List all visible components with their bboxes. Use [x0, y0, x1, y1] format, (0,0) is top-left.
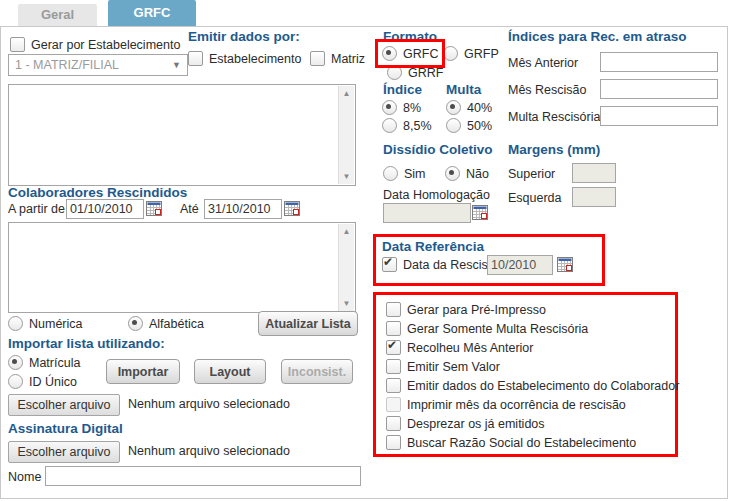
multa-40-row: 40% [446, 100, 492, 115]
alfabetica-radio[interactable] [128, 316, 143, 331]
dissidio-coletivo-title: Dissídio Coletivo [383, 142, 493, 157]
scrollbar[interactable]: ▲ ▼ [338, 224, 354, 311]
estabelecimento-checkbox[interactable] [188, 51, 203, 66]
gerar-por-estabelecimento-checkbox[interactable] [10, 37, 25, 52]
gerar-pre-impresso-checkbox[interactable] [386, 302, 401, 317]
recolheu-mes-anterior-checkbox[interactable] [386, 340, 401, 355]
gerar-somente-multa-checkbox[interactable] [386, 321, 401, 336]
multa-rescisoria-label: Multa Rescisória [508, 110, 600, 124]
nome-field[interactable] [45, 466, 361, 486]
mes-rescisao-input[interactable] [600, 79, 718, 99]
grfp-radio[interactable] [443, 46, 458, 61]
gerar-por-estabelecimento-label: Gerar por Estabelecimento [31, 38, 180, 52]
atualizar-lista-button[interactable]: Atualizar Lista [258, 311, 358, 336]
escolher-arquivo-button[interactable]: Escolher arquivo [8, 394, 120, 416]
margem-esquerda-label: Esquerda [508, 191, 562, 205]
matricula-row: Matrícula [8, 355, 80, 370]
option-row: Emitir dados do Estabelecimento do Colab… [386, 378, 679, 393]
escolher-arquivo-assinatura-button[interactable]: Escolher arquivo [8, 441, 120, 463]
scroll-up-icon[interactable]: ▲ [343, 89, 351, 98]
assinatura-file-status-text: Nenhum arquivo selecionado [128, 444, 290, 458]
margem-superior-input [572, 163, 616, 183]
ate-label: Até [180, 202, 199, 216]
data-da-rescisao-checkbox[interactable] [382, 257, 397, 272]
colaboradores-listbox[interactable]: ▲ ▼ [8, 222, 356, 313]
ate-input[interactable] [204, 199, 282, 219]
option-row: Recolheu Mês Anterior [386, 340, 533, 355]
dissidio-sim-radio[interactable] [383, 166, 398, 181]
numerica-label: Numérica [29, 317, 83, 331]
desprezar-ja-emitidos-checkbox[interactable] [386, 416, 401, 431]
option-row: Gerar para Pré-Impresso [386, 302, 546, 317]
assinatura-digital-title: Assinatura Digital [8, 421, 123, 436]
matricula-label: Matrícula [29, 356, 80, 370]
emitir-dados-estabelecimento-checkbox[interactable] [386, 378, 401, 393]
multa-rescisoria-input[interactable] [600, 106, 718, 126]
option-label: Imprimir mês da ocorrência de rescisão [407, 398, 626, 412]
imprimir-mes-ocorrencia-checkbox [386, 397, 401, 412]
scrollbar[interactable]: ▲ ▼ [338, 86, 354, 184]
numerica-radio[interactable] [8, 316, 23, 331]
matriz-label: Matriz [331, 52, 365, 66]
mes-anterior-label: Mês Anterior [508, 56, 578, 70]
scroll-up-icon[interactable]: ▲ [343, 227, 351, 236]
a-partir-de-input[interactable] [66, 199, 144, 219]
option-label: Emitir dados do Estabelecimento do Colab… [407, 379, 679, 393]
scroll-down-icon[interactable]: ▼ [343, 299, 351, 308]
multa-50-label: 50% [467, 119, 492, 133]
alfabetica-label: Alfabética [149, 317, 204, 331]
tab-grfc[interactable]: GRFC [108, 0, 196, 26]
indice-8-row: 8% [382, 100, 421, 115]
dissidio-nao-row: Não [445, 166, 489, 181]
margem-superior-label: Superior [508, 167, 555, 181]
matriz-checkbox[interactable] [310, 51, 325, 66]
calendar-icon[interactable] [146, 201, 162, 219]
multa-title: Multa [446, 82, 481, 97]
margem-esquerda-input [572, 187, 616, 207]
option-label: Gerar para Pré-Impresso [407, 303, 546, 317]
option-label: Gerar Somente Multa Rescisória [407, 322, 588, 336]
layout-button[interactable]: Layout [194, 359, 266, 384]
indice-85-row: 8,5% [382, 118, 432, 133]
annotation-box-grfc [375, 39, 445, 68]
option-label: Emitir Sem Valor [407, 360, 500, 374]
emitir-estabelecimento-row: Estabelecimento [188, 51, 301, 66]
data-rescisao-input [487, 255, 553, 275]
dissidio-nao-radio[interactable] [445, 166, 460, 181]
calendar-icon[interactable] [284, 201, 300, 219]
margens-title: Margens (mm) [508, 142, 600, 157]
id-unico-row: ID Único [8, 374, 77, 389]
option-row: Buscar Razão Social do Estabelecimento [386, 435, 636, 450]
grfc-emission-window: Geral GRFC Gerar por Estabelecimento 1 -… [0, 0, 730, 501]
gerar-por-estabelecimento-row: Gerar por Estabelecimento [10, 37, 180, 52]
tab-geral[interactable]: Geral [18, 4, 97, 26]
scroll-down-icon[interactable]: ▼ [343, 172, 351, 181]
estabelecimento-label: Estabelecimento [209, 52, 301, 66]
dissidio-sim-label: Sim [404, 167, 426, 181]
mes-anterior-input[interactable] [600, 52, 718, 72]
matriz-filial-select[interactable]: 1 - MATRIZ/FILIAL ▼ [8, 54, 188, 76]
dissidio-sim-row: Sim [383, 166, 426, 181]
emitir-dados-title: Emitir dados por: [188, 29, 300, 44]
numerica-row: Numérica [8, 316, 83, 331]
id-unico-radio[interactable] [8, 374, 23, 389]
emitir-sem-valor-checkbox[interactable] [386, 359, 401, 374]
data-referencia-title: Data Referência [382, 239, 484, 254]
calendar-icon[interactable] [557, 257, 573, 275]
file-status-text: Nenhum arquivo selecionado [128, 397, 290, 411]
colaboradores-rescindidos-title: Colaboradores Rescindidos [8, 185, 187, 200]
multa-40-radio[interactable] [446, 100, 461, 115]
buscar-razao-social-checkbox[interactable] [386, 435, 401, 450]
emitir-matriz-row: Matriz [310, 51, 365, 66]
option-label: Buscar Razão Social do Estabelecimento [407, 436, 636, 450]
calendar-icon[interactable] [472, 205, 488, 223]
indice-85-radio[interactable] [382, 118, 397, 133]
indice-8-radio[interactable] [382, 100, 397, 115]
dissidio-nao-label: Não [466, 167, 489, 181]
importar-button[interactable]: Importar [106, 359, 180, 384]
indice-8-label: 8% [403, 101, 421, 115]
multa-50-radio[interactable] [446, 118, 461, 133]
matricula-radio[interactable] [8, 355, 23, 370]
indices-rec-atraso-title: Índices para Rec. em atraso [508, 29, 687, 44]
establishments-listbox[interactable]: ▲ ▼ [8, 84, 356, 186]
